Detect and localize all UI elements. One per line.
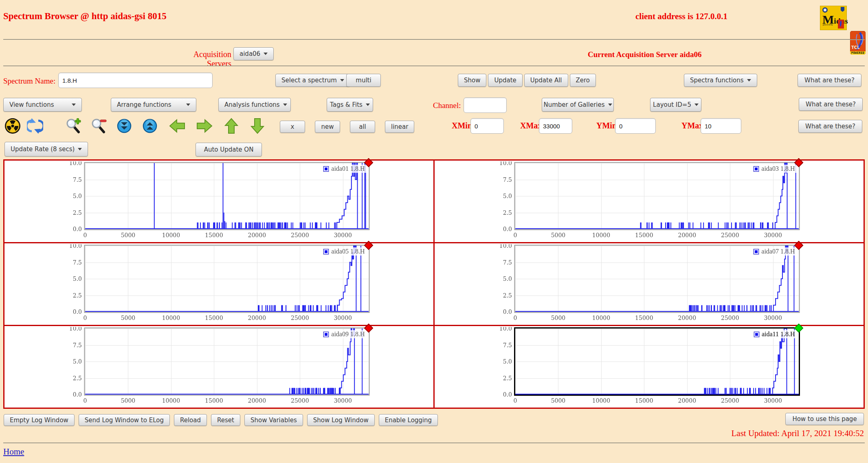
midas-dome-icon	[822, 7, 828, 13]
analysis-functions-dropdown[interactable]: Analysis functions	[218, 98, 291, 112]
reset-button[interactable]: Reset	[211, 414, 240, 426]
log-buttons: Empty Log WindowSend Log Window to ELogR…	[4, 414, 438, 426]
legend-swatch	[754, 332, 759, 337]
spectrum-panel-aida01[interactable]: aida01 1.8.H	[4, 161, 433, 242]
enable-logging-button[interactable]: Enable Logging	[379, 414, 438, 426]
spectrum-chart[interactable]: aida01 1.8.H	[66, 161, 372, 241]
page-title: Spectrum Browser @ http aidas-gsi 8015	[3, 11, 167, 22]
chart-legend: aida09 1.8.H	[322, 330, 366, 338]
channel-input[interactable]	[464, 97, 507, 113]
linear-button[interactable]: linear	[385, 121, 414, 133]
spectra-gallery: aida01 1.8.Haida03 1.8.Haida05 1.8.Haida…	[3, 159, 865, 409]
all-button[interactable]: all	[350, 121, 375, 133]
chart-canvas[interactable]	[497, 327, 802, 407]
chart-canvas[interactable]	[66, 244, 372, 324]
xmin-input[interactable]	[470, 118, 504, 134]
zero-button[interactable]: Zero	[570, 74, 596, 87]
legend-label: aida09 1.8.H	[331, 331, 365, 338]
tags-fits-dropdown[interactable]: Tags & Fits	[327, 98, 373, 112]
update-rate-dropdown[interactable]: Update Rate (8 secs)	[4, 142, 88, 157]
arrow-right-icon[interactable]	[196, 118, 213, 134]
ymin-label: YMin	[596, 121, 617, 130]
legend-swatch	[754, 166, 759, 172]
chevron-down-icon	[608, 104, 612, 106]
how-to-use-button[interactable]: How to use this page	[785, 413, 864, 425]
spectrum-chart[interactable]: aida09 1.8.H	[66, 327, 372, 407]
scroll-down-icon[interactable]	[116, 118, 132, 134]
chart-legend: aida05 1.8.H	[322, 247, 366, 256]
zoom-in-icon[interactable]	[65, 118, 81, 134]
zoom-out-icon[interactable]	[90, 118, 107, 134]
auto-update-button[interactable]: Auto Update ON	[196, 143, 262, 157]
legend-label: aida03 1.8.H	[761, 165, 795, 172]
scroll-up-icon[interactable]	[142, 118, 158, 134]
update-all-button[interactable]: Update All	[524, 74, 568, 87]
arrange-functions-label: Arrange functions	[117, 101, 171, 108]
ymin-input[interactable]	[615, 118, 656, 134]
new-button[interactable]: new	[315, 121, 340, 133]
spectrum-panel-aida07[interactable]: aida07 1.8.H	[435, 243, 864, 325]
spectrum-chart[interactable]: aida05 1.8.H	[66, 244, 372, 324]
multi-button[interactable]: multi	[346, 74, 381, 87]
galleries-dropdown[interactable]: Number of Galleries	[542, 98, 614, 112]
tcl-powered-logo[interactable]: TCL POWERED	[850, 31, 866, 55]
radiation-icon[interactable]	[4, 118, 21, 134]
chart-canvas[interactable]	[497, 161, 802, 241]
ymax-input[interactable]	[701, 118, 741, 134]
spectra-functions-label: Spectra functions	[690, 77, 744, 84]
chevron-down-icon	[366, 104, 370, 106]
view-functions-dropdown[interactable]: View functions	[3, 98, 82, 112]
spectra-functions-dropdown[interactable]: Spectra functions	[684, 74, 757, 87]
select-spectrum-dropdown[interactable]: Select a spectrum	[275, 74, 350, 87]
chevron-down-icon	[264, 53, 268, 55]
xmin-label: XMin	[452, 121, 472, 130]
what-are-these-button-1[interactable]: What are these?	[798, 74, 861, 87]
arrow-up-icon[interactable]	[223, 118, 240, 134]
what-are-these-button-3[interactable]: What are these?	[798, 120, 862, 133]
show-variables-button[interactable]: Show Variables	[244, 414, 303, 426]
layout-id-label: Layout ID=5	[653, 101, 691, 108]
midas-shield-icon	[841, 7, 844, 12]
acquisition-server-select[interactable]: aida06	[233, 47, 274, 60]
update-button[interactable]: Update	[488, 74, 522, 87]
xmax-input[interactable]	[539, 118, 572, 134]
chart-canvas[interactable]	[497, 244, 802, 324]
arrow-down-icon[interactable]	[249, 118, 266, 134]
show-button[interactable]: Show	[458, 74, 486, 87]
chevron-down-icon	[747, 79, 751, 82]
channel-label: Channel:	[433, 101, 461, 110]
spectrum-chart[interactable]: aida03 1.8.H	[497, 161, 802, 241]
refresh-icon[interactable]	[27, 118, 43, 134]
reload-button[interactable]: Reload	[174, 414, 207, 426]
chart-legend: aida11 1.8.H	[753, 330, 796, 338]
spectrum-panel-aida05[interactable]: aida05 1.8.H	[4, 243, 433, 325]
spectrum-panel-aida09[interactable]: aida09 1.8.H	[4, 326, 433, 408]
legend-swatch	[323, 166, 329, 172]
layout-id-dropdown[interactable]: Layout ID=5	[650, 98, 701, 112]
acquisition-server-value: aida06	[240, 50, 260, 57]
x-button[interactable]: x	[280, 121, 305, 133]
spectrum-panel-aida03[interactable]: aida03 1.8.H	[435, 161, 864, 242]
galleries-label: Number of Galleries	[544, 101, 605, 108]
midas-logo[interactable]: Midas powered by	[820, 6, 847, 30]
arrange-functions-dropdown[interactable]: Arrange functions	[111, 98, 196, 112]
home-link[interactable]: Home	[3, 447, 24, 457]
chart-canvas[interactable]	[66, 161, 372, 241]
empty-log-window-button[interactable]: Empty Log Window	[4, 414, 75, 426]
view-functions-label: View functions	[9, 101, 54, 108]
chart-canvas[interactable]	[66, 327, 372, 407]
send-log-window-to-elog-button[interactable]: Send Log Window to ELog	[79, 414, 170, 426]
chevron-down-icon	[340, 79, 344, 82]
spectrum-panel-aida11[interactable]: aida11 1.8.H	[435, 326, 864, 408]
spectrum-name-input[interactable]	[58, 73, 213, 88]
legend-label: aida11 1.8.H	[762, 331, 795, 338]
show-log-window-button[interactable]: Show Log Window	[307, 414, 375, 426]
arrow-left-icon[interactable]	[169, 118, 185, 134]
spectrum-chart[interactable]: aida11 1.8.H	[497, 327, 802, 407]
select-spectrum-label: Select a spectrum	[281, 77, 337, 84]
spectrum-chart[interactable]: aida07 1.8.H	[497, 244, 802, 324]
what-are-these-button-2[interactable]: What are these?	[799, 98, 863, 111]
legend-label: aida05 1.8.H	[331, 248, 365, 255]
legend-swatch	[754, 249, 759, 254]
client-address: client address is 127.0.0.1	[635, 11, 727, 22]
